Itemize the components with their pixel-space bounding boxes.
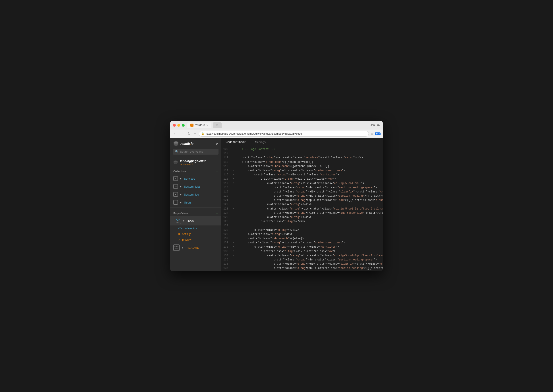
tab-label: restdb.io bbox=[195, 124, 205, 127]
sidebar-item-label-systemlog: System_log bbox=[184, 193, 199, 196]
readme-arrow: ▶ bbox=[182, 246, 184, 249]
code-content[interactable]: 109 <!-- Page Content -->110 111 c-attr"… bbox=[221, 146, 383, 271]
table-row: 132▾ c-attr">class="c-tag"><div c-attr">… bbox=[221, 245, 383, 249]
fullscreen-button[interactable] bbox=[182, 124, 185, 127]
table-row: 120 c-attr">class="c-tag"><h2 c-attr">cl… bbox=[221, 194, 383, 198]
bookmark-icon[interactable]: ☆ bbox=[371, 132, 373, 136]
sidebar-item-label-systemjobs: System_jobs bbox=[184, 185, 200, 188]
tab-new-icon: ⊕ bbox=[216, 123, 219, 127]
search-box[interactable]: 🔍 bbox=[173, 149, 219, 154]
table-row: 127 bbox=[221, 224, 383, 228]
page-arrow: ▼ bbox=[183, 220, 185, 222]
table-row: 113 c-attr">class="c-hbs-each">{{#ifCond… bbox=[221, 164, 383, 168]
sub-item-label-preview: preview bbox=[182, 238, 191, 241]
collections-label: Collections bbox=[173, 170, 187, 173]
pages-label: Pages/views bbox=[173, 212, 188, 215]
minimize-button[interactable] bbox=[177, 124, 180, 127]
jobs-icon: ↻ bbox=[175, 185, 177, 188]
readme-icon: </> html bbox=[173, 245, 180, 251]
collections-header: Collections + bbox=[170, 167, 221, 175]
sidebar-item-systemlog[interactable]: ▶ ▶ System_log bbox=[170, 190, 221, 198]
services-arrow: ▶ bbox=[180, 177, 182, 180]
add-collection-button[interactable]: + bbox=[216, 169, 218, 174]
tab-bar: restdb.io ✕ ⊕ bbox=[187, 122, 371, 128]
extension-badge: 2:57 bbox=[375, 133, 380, 135]
readme-html-label: html bbox=[175, 248, 178, 250]
table-row: 136 c-attr">class="c-tag"><div c-attr">c… bbox=[221, 262, 383, 266]
table-row: 115▾ c-attr">class="c-tag"><div c-attr">… bbox=[221, 173, 383, 177]
code-area: Code for "index" Settings 109 <!-- Page … bbox=[221, 138, 383, 271]
table-row: 130 c-attr">class="c-hbs-each">{{else}} bbox=[221, 237, 383, 241]
url-bar[interactable]: 🔒 https://landingpage-e00b.restdb.io/hom… bbox=[199, 131, 369, 137]
tab-code-for-index[interactable]: Code for "index" bbox=[221, 138, 251, 146]
brand-info: restdb.io bbox=[180, 142, 194, 146]
readme-label: README bbox=[187, 246, 199, 249]
table-row: 138 c-attr">class="c-tag"><p c-attr">cla… bbox=[221, 270, 383, 271]
sidebar-item-users[interactable]: ○ ▶ Users bbox=[170, 198, 221, 206]
db-section: landingpage-e00b development bbox=[170, 157, 221, 167]
table-row: 114▾ c-attr">class="c-tag"><div c-attr">… bbox=[221, 168, 383, 173]
tab-restdb[interactable]: restdb.io ✕ bbox=[187, 122, 211, 128]
sidebar-item-label-users: Users bbox=[184, 201, 192, 204]
sidebar-item-systemjobs[interactable]: ↻ ▶ System_jobs bbox=[170, 182, 221, 190]
sidebar-item-label-services: Services bbox=[184, 177, 195, 180]
table-row: 118 c-attr">class="c-tag"><hr c-attr">cl… bbox=[221, 186, 383, 190]
table-row: 117▾ c-attr">class="c-tag"><div c-attr">… bbox=[221, 181, 383, 186]
search-input[interactable] bbox=[180, 150, 216, 153]
code-editor-icon: </> bbox=[178, 227, 182, 230]
close-button[interactable] bbox=[173, 124, 176, 127]
table-row: 122 c-attr">class="c-tag"></div> bbox=[221, 203, 383, 207]
table-row: 131▾ c-attr">class="c-tag"><div c-attr">… bbox=[221, 241, 383, 245]
forward-button[interactable]: → bbox=[180, 131, 185, 136]
table-row: 133▾ c-attr">class="c-tag"><div c-attr">… bbox=[221, 249, 383, 254]
refresh-button[interactable]: ↻ bbox=[187, 131, 191, 136]
sub-item-settings[interactable]: ✱ settings bbox=[170, 231, 221, 237]
svg-point-3 bbox=[174, 144, 178, 146]
secure-icon: 🔒 bbox=[201, 132, 204, 135]
html-tag: </> bbox=[176, 218, 180, 221]
users-arrow: ▶ bbox=[180, 201, 182, 204]
systemjobs-arrow: ▶ bbox=[180, 185, 182, 188]
tab-close-icon[interactable]: ✕ bbox=[206, 124, 208, 127]
add-page-button[interactable]: + bbox=[216, 211, 218, 216]
expand-icon: + bbox=[175, 177, 176, 180]
log-icon: ▶ bbox=[175, 193, 176, 196]
sub-item-code-editor[interactable]: </> code editor bbox=[170, 225, 221, 231]
main-content: restdb.io ↻ 🔍 bbox=[170, 138, 383, 271]
table-row: 111 c-attr">class="c-tag"><a c-attr">nam… bbox=[221, 156, 383, 160]
brand-name: restdb.io bbox=[180, 142, 194, 146]
sidebar-refresh-icon[interactable]: ↻ bbox=[215, 142, 218, 146]
systemlog-arrow: ▶ bbox=[180, 193, 182, 196]
readme-item[interactable]: </> html ▶ README bbox=[170, 243, 221, 252]
tab-settings[interactable]: Settings bbox=[251, 138, 270, 146]
table-row: 134▾ c-attr">class="c-tag"><div c-attr">… bbox=[221, 254, 383, 258]
table-row: 109 <!-- Page Content --> bbox=[221, 147, 383, 152]
tab-new[interactable]: ⊕ bbox=[213, 122, 221, 128]
table-row: 123▾ c-attr">class="c-tag"><div c-attr">… bbox=[221, 207, 383, 211]
table-row: 125 c-attr">class="c-tag"></div> bbox=[221, 215, 383, 219]
table-row: 112 c-attr">class="c-hbs-each">{{#each s… bbox=[221, 160, 383, 164]
table-row: 135 c-attr">class="c-tag"><hr c-attr">cl… bbox=[221, 258, 383, 262]
db-env: development bbox=[180, 163, 206, 165]
db-name-block: landingpage-e00b development bbox=[180, 159, 206, 165]
back-button[interactable]: ← bbox=[173, 131, 178, 136]
sidebar-item-services[interactable]: + ▶ Services bbox=[170, 175, 221, 182]
db-list-icon bbox=[173, 160, 178, 165]
page-html-icon: </> html bbox=[175, 218, 181, 224]
addressbar: ← → ↻ ⌂ 🔒 https://landingpage-e00b.restd… bbox=[170, 130, 383, 138]
table-row: 128 c-attr">class="c-tag"></div> bbox=[221, 228, 383, 232]
table-row: 110 bbox=[221, 152, 383, 156]
page-index[interactable]: </> html ▼ index bbox=[170, 216, 221, 225]
url-text: https://landingpage-e00b.restdb.io/home/… bbox=[206, 132, 302, 135]
app-window: restdb.io ✕ ⊕ Jon Erik ← → ↻ ⌂ 🔒 https:/… bbox=[170, 121, 383, 271]
address-bar-right: ☆ 2:57 bbox=[371, 132, 380, 136]
systemjobs-icon: ↻ bbox=[173, 184, 178, 189]
sub-item-label-settings: settings bbox=[182, 232, 191, 236]
sub-item-preview[interactable]: ↗ preview bbox=[170, 237, 221, 243]
table-row: 116▾ c-attr">class="c-tag"><div c-attr">… bbox=[221, 177, 383, 181]
home-button[interactable]: ⌂ bbox=[193, 131, 197, 136]
sub-item-label-code-editor: code editor bbox=[184, 227, 197, 230]
settings-icon: ✱ bbox=[178, 232, 180, 236]
systemlog-icon: ▶ bbox=[173, 192, 178, 197]
db-icon bbox=[173, 141, 179, 146]
